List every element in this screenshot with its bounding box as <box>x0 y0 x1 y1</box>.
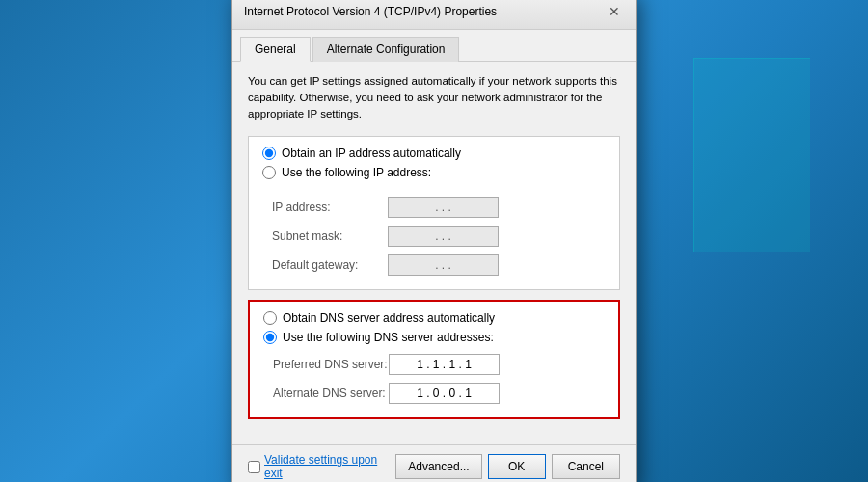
advanced-button[interactable]: Advanced... <box>395 454 481 479</box>
tab-general[interactable]: General <box>240 37 311 62</box>
cancel-button[interactable]: Cancel <box>552 454 620 479</box>
default-gateway-row: Default gateway: . . . <box>262 251 606 280</box>
manual-ip-label[interactable]: Use the following IP address: <box>282 166 431 179</box>
auto-ip-row: Obtain an IP address automatically <box>262 147 606 160</box>
default-gateway-input[interactable]: . . . <box>388 254 499 276</box>
auto-ip-label[interactable]: Obtain an IP address automatically <box>282 147 461 160</box>
title-bar: Internet Protocol Version 4 (TCP/IPv4) P… <box>232 0 636 30</box>
button-group: Advanced... OK Cancel <box>395 454 620 479</box>
alternate-dns-label: Alternate DNS server: <box>273 387 389 400</box>
dialog-content: You can get IP settings assigned automat… <box>232 62 636 445</box>
ok-button[interactable]: OK <box>488 454 546 479</box>
auto-dns-label[interactable]: Obtain DNS server address automatically <box>283 311 495 325</box>
default-gateway-label: Default gateway: <box>272 258 388 272</box>
ip-address-input[interactable]: . . . <box>388 197 499 218</box>
dialog-title: Internet Protocol Version 4 (TCP/IPv4) P… <box>244 5 497 18</box>
close-button[interactable]: ✕ <box>605 2 624 21</box>
manual-ip-radio[interactable] <box>262 166 276 179</box>
tab-alternate-configuration[interactable]: Alternate Configuration <box>312 37 460 62</box>
validate-checkbox[interactable] <box>248 461 260 473</box>
subnet-mask-row: Subnet mask: . . . <box>262 222 606 251</box>
alternate-dns-input[interactable]: 1 . 0 . 0 . 1 <box>389 383 500 404</box>
manual-dns-row: Use the following DNS server addresses: <box>263 331 605 344</box>
auto-dns-row: Obtain DNS server address automatically <box>263 311 605 325</box>
preferred-dns-input[interactable]: 1 . 1 . 1 . 1 <box>389 354 500 375</box>
dns-section: Obtain DNS server address automatically … <box>248 300 620 419</box>
ip-address-section: Obtain an IP address automatically Use t… <box>248 136 620 290</box>
validate-checkbox-row: Validate settings upon exit <box>248 453 395 480</box>
manual-dns-radio[interactable] <box>263 331 277 344</box>
preferred-dns-label: Preferred DNS server: <box>273 358 389 371</box>
validate-label[interactable]: Validate settings upon exit <box>264 453 395 480</box>
manual-dns-label[interactable]: Use the following DNS server addresses: <box>283 331 494 344</box>
auto-dns-radio[interactable] <box>263 311 277 325</box>
dialog-footer: Validate settings upon exit Advanced... … <box>232 444 636 482</box>
preferred-dns-row: Preferred DNS server: 1 . 1 . 1 . 1 <box>263 350 605 379</box>
tab-bar: General Alternate Configuration <box>232 30 636 62</box>
properties-dialog: Internet Protocol Version 4 (TCP/IPv4) P… <box>231 0 637 482</box>
ip-address-label: IP address: <box>272 201 388 214</box>
alternate-dns-row: Alternate DNS server: 1 . 0 . 0 . 1 <box>263 379 605 408</box>
auto-ip-radio[interactable] <box>262 147 276 160</box>
description-text: You can get IP settings assigned automat… <box>248 73 620 123</box>
manual-ip-row: Use the following IP address: <box>262 166 606 179</box>
ip-address-row: IP address: . . . <box>262 193 606 222</box>
subnet-mask-input[interactable]: . . . <box>388 226 499 247</box>
subnet-mask-label: Subnet mask: <box>272 229 388 243</box>
